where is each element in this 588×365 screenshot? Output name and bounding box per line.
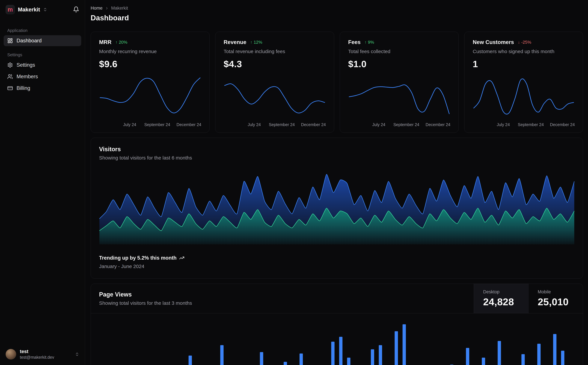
avatar bbox=[6, 349, 16, 359]
sidebar: m Makerkit Application Dashboard Setting… bbox=[0, 0, 85, 365]
trend-badge: ↑ 9% bbox=[365, 40, 374, 45]
x-tick: December 24 bbox=[550, 122, 575, 127]
trend-badge: ↑ 12% bbox=[250, 40, 262, 45]
user-email: test@makerkit.dev bbox=[20, 355, 54, 360]
breadcrumb-current: Makerkit bbox=[111, 6, 128, 11]
x-axis-labels: July 24 September 24 December 24 bbox=[224, 121, 326, 128]
dashboard-icon bbox=[7, 38, 13, 43]
chevrons-up-down-icon bbox=[75, 352, 79, 356]
new-customers-sparkline-chart bbox=[473, 75, 574, 119]
x-tick: July 24 bbox=[497, 122, 510, 127]
visitors-area-chart bbox=[99, 172, 574, 244]
fees-sparkline-chart bbox=[348, 75, 450, 119]
sidebar-item-billing[interactable]: Billing bbox=[4, 83, 81, 94]
visitors-card: Visitors Showing total visitors for the … bbox=[91, 138, 583, 279]
breadcrumb-home[interactable]: Home bbox=[91, 6, 103, 11]
toggle-label: Mobile bbox=[538, 289, 574, 295]
stat-title: MRR bbox=[99, 39, 111, 45]
sidebar-item-label: Billing bbox=[17, 85, 30, 91]
x-tick: December 24 bbox=[426, 122, 450, 127]
stat-value: 1 bbox=[473, 59, 574, 69]
trending-up-icon bbox=[179, 255, 184, 261]
sidebar-nav: Application Dashboard Settings Settings … bbox=[0, 19, 85, 94]
stat-title: Revenue bbox=[224, 39, 246, 45]
section-label-application: Application bbox=[0, 28, 85, 33]
x-axis-labels: July 24 September 24 December 24 bbox=[99, 121, 201, 128]
notifications-button[interactable] bbox=[73, 6, 79, 13]
stat-card-mrr: MRR ↑ 20% Monthly recurring revenue $9.6… bbox=[91, 32, 210, 133]
x-axis-labels: July 24 September 24 December 24 bbox=[348, 121, 450, 128]
visitors-date-range: January - June 2024 bbox=[99, 264, 574, 269]
trend-badge: ↑ 20% bbox=[115, 40, 127, 45]
trend-value: 12% bbox=[254, 40, 262, 45]
chevrons-up-down-icon bbox=[43, 7, 47, 12]
sidebar-item-label: Settings bbox=[17, 62, 35, 68]
x-tick: July 24 bbox=[248, 122, 261, 127]
chevron-right-icon bbox=[105, 6, 109, 10]
main-content: Home Makerkit Dashboard MRR ↑ 20% Monthl… bbox=[85, 0, 588, 365]
x-tick: September 24 bbox=[393, 122, 419, 127]
revenue-sparkline-chart bbox=[224, 75, 326, 119]
stat-subtitle: Monthly recurring revenue bbox=[99, 49, 201, 54]
trend-value: 20% bbox=[119, 40, 127, 45]
stat-card-fees: Fees ↑ 9% Total fees collected $1.0 July… bbox=[340, 32, 459, 133]
logo-letter: m bbox=[8, 6, 13, 13]
breadcrumb: Home Makerkit bbox=[91, 6, 583, 11]
sidebar-item-dashboard[interactable]: Dashboard bbox=[4, 35, 81, 46]
x-tick: December 24 bbox=[301, 122, 326, 127]
visitors-title: Visitors bbox=[99, 146, 574, 153]
workspace-name: Makerkit bbox=[18, 7, 40, 13]
visitors-subtitle: Showing total visitors for the last 6 mo… bbox=[99, 155, 574, 161]
x-tick: December 24 bbox=[176, 122, 201, 127]
sidebar-item-label: Members bbox=[17, 74, 38, 80]
stat-subtitle: Total revenue including fees bbox=[224, 49, 326, 54]
trend-up-icon: ↑ bbox=[365, 40, 367, 44]
x-tick: July 24 bbox=[123, 122, 136, 127]
user-menu[interactable]: test test@makerkit.dev bbox=[0, 344, 85, 365]
x-tick: July 24 bbox=[372, 122, 385, 127]
stat-value: $1.0 bbox=[348, 59, 450, 69]
toggle-value: 24,828 bbox=[483, 296, 519, 308]
toggle-mobile[interactable]: Mobile 25,010 bbox=[528, 284, 583, 313]
page-views-title: Page Views bbox=[99, 291, 465, 298]
x-tick: September 24 bbox=[269, 122, 295, 127]
trend-up-icon: ↑ bbox=[250, 40, 252, 44]
toggle-value: 25,010 bbox=[538, 296, 574, 308]
stat-subtitle: Total fees collected bbox=[348, 49, 450, 54]
bell-icon bbox=[73, 6, 79, 13]
page-views-card: Page Views Showing total visitors for th… bbox=[91, 284, 583, 365]
stat-value: $9.6 bbox=[99, 59, 201, 69]
gear-icon bbox=[7, 62, 13, 68]
makerkit-logo: m bbox=[6, 5, 15, 14]
mrr-sparkline-chart bbox=[99, 75, 201, 119]
stat-subtitle: Customers who signed up this month bbox=[473, 49, 574, 54]
toggle-desktop[interactable]: Desktop 24,828 bbox=[474, 284, 528, 313]
stat-value: $4.3 bbox=[224, 59, 326, 69]
toggle-label: Desktop bbox=[483, 289, 519, 295]
user-name: test bbox=[20, 349, 54, 354]
visitors-trend-text: Trending up by 5.2% this month bbox=[99, 255, 176, 261]
x-tick: September 24 bbox=[144, 122, 170, 127]
stat-title: New Customers bbox=[473, 39, 514, 45]
members-icon bbox=[7, 74, 13, 79]
stat-card-revenue: Revenue ↑ 12% Total revenue including fe… bbox=[215, 32, 334, 133]
workspace-switcher[interactable]: m Makerkit bbox=[0, 0, 85, 19]
billing-icon bbox=[7, 85, 13, 91]
stat-title: Fees bbox=[348, 39, 360, 45]
x-tick: September 24 bbox=[518, 122, 544, 127]
section-label-settings: Settings bbox=[0, 52, 85, 57]
sidebar-item-label: Dashboard bbox=[17, 38, 42, 44]
sidebar-item-members[interactable]: Members bbox=[4, 71, 81, 82]
sidebar-item-settings[interactable]: Settings bbox=[4, 60, 81, 70]
trend-badge: ↓ -25% bbox=[518, 40, 531, 45]
page-title: Dashboard bbox=[91, 14, 583, 22]
page-views-header: Page Views Showing total visitors for th… bbox=[91, 284, 583, 313]
trend-value: 9% bbox=[368, 40, 374, 45]
stat-cards-row: MRR ↑ 20% Monthly recurring revenue $9.6… bbox=[91, 32, 583, 133]
x-axis-labels: July 24 September 24 December 24 bbox=[473, 121, 574, 128]
page-views-subtitle: Showing total visitors for the last 3 mo… bbox=[99, 300, 465, 306]
page-views-bar-chart bbox=[99, 314, 574, 365]
trend-down-icon: ↓ bbox=[518, 40, 520, 44]
stat-card-new-customers: New Customers ↓ -25% Customers who signe… bbox=[464, 32, 583, 133]
visitors-footer: Trending up by 5.2% this month January -… bbox=[99, 255, 574, 269]
